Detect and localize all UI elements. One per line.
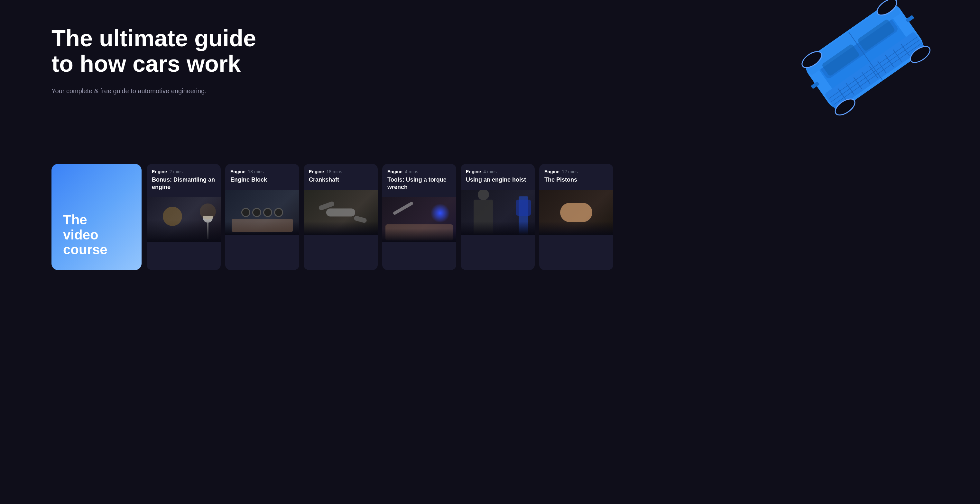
hole-1 [241,208,250,217]
thumb-content-4 [382,197,456,242]
course-cards-list[interactable]: Engine 2 mins Bonus: Dismantling an engi… [147,164,929,270]
page-wrapper: The ultimate guideto how cars work Your … [0,0,980,504]
course-title-3: Crankshaft [309,176,372,184]
thumb-content-3 [304,190,378,235]
course-duration-1: 2 mins [168,169,183,174]
course-duration-4: 4 mins [404,169,418,174]
course-card-info-2: Engine 18 mins Engine Block [225,164,299,190]
course-card-info-3: Engine 18 mins Crankshaft [304,164,378,190]
course-card-6[interactable]: Engine 12 mins The Pistons [539,164,613,270]
course-tag-row-6: Engine 12 mins [544,169,608,174]
course-category-3: Engine [309,169,324,174]
course-duration-3: 18 mins [325,169,342,174]
course-thumbnail-5 [461,190,535,235]
course-card-1[interactable]: Engine 2 mins Bonus: Dismantling an engi… [147,164,221,270]
hero-text-block: The ultimate guideto how cars work Your … [51,26,277,96]
thumb-content-1 [147,197,221,242]
course-tag-row-1: Engine 2 mins [152,169,216,174]
thumb-content-6 [539,190,613,235]
course-thumbnail-6 [539,190,613,235]
course-category-6: Engine [544,169,560,174]
hero-section: The ultimate guideto how cars work Your … [0,0,980,157]
course-card-3[interactable]: Engine 18 mins Crankshaft [304,164,378,270]
course-tag-row-2: Engine 18 mins [231,169,294,174]
course-card-4[interactable]: Engine 4 mins Tools: Using a torque wren… [382,164,456,270]
glow-effect [431,203,450,223]
course-card-info-1: Engine 2 mins Bonus: Dismantling an engi… [147,164,221,197]
course-thumbnail-3 [304,190,378,235]
car-illustration [774,0,980,157]
courses-section: Thevideocourse Engine 2 mins Bonus: Dism… [0,164,980,270]
course-title-2: Engine Block [231,176,294,184]
course-tag-row-3: Engine 18 mins [309,169,372,174]
course-duration-2: 18 mins [247,169,264,174]
hero-title: The ultimate guideto how cars work [51,26,277,76]
hole-3 [263,208,272,217]
course-category-5: Engine [466,169,481,174]
course-tag-row-4: Engine 4 mins [387,169,451,174]
course-title-6: The Pistons [544,176,608,184]
course-category-2: Engine [231,169,245,174]
hole-2 [252,208,261,217]
course-card-info-5: Engine 4 mins Using an engine hoist [461,164,535,190]
course-category-1: Engine [152,169,167,174]
hero-subtitle: Your complete & free guide to automotive… [51,86,277,96]
course-category-4: Engine [387,169,402,174]
course-thumbnail-4 [382,197,456,242]
course-card-2[interactable]: Engine 18 mins Engine Block [225,164,299,270]
main-card-title: Thevideocourse [63,212,107,257]
course-duration-6: 12 mins [561,169,578,174]
main-video-course-card[interactable]: Thevideocourse [51,164,142,270]
course-tag-row-5: Engine 4 mins [466,169,530,174]
thumb-content-5 [461,190,535,235]
course-thumbnail-1 [147,197,221,242]
course-card-5[interactable]: Engine 4 mins Using an engine hoist [461,164,535,270]
hand-shape [560,203,592,222]
thumb-content-2 [225,190,299,235]
course-card-info-4: Engine 4 mins Tools: Using a torque wren… [382,164,456,197]
hole-4 [274,208,283,217]
course-thumbnail-2 [225,190,299,235]
course-title-5: Using an engine hoist [466,176,530,184]
course-duration-5: 4 mins [482,169,497,174]
course-title-1: Bonus: Dismantling an engine [152,176,216,190]
course-card-info-6: Engine 12 mins The Pistons [539,164,613,190]
course-title-4: Tools: Using a torque wrench [387,176,451,190]
